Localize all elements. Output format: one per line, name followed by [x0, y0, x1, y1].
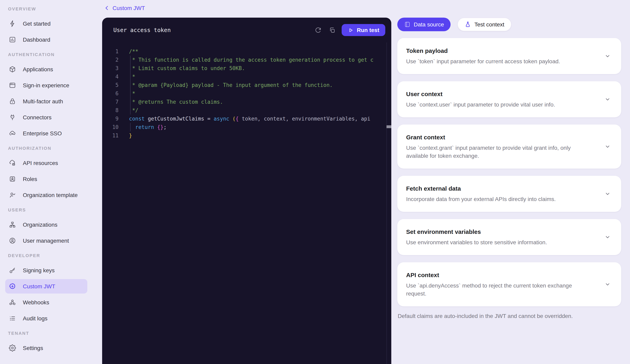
line-number: 2	[102, 56, 118, 64]
sidebar-item-dashboard[interactable]: Dashboard	[5, 32, 87, 47]
app-root: OVERVIEW Get started Dashboard AUTHENTIC…	[0, 0, 630, 364]
sidebar-item-label: Audit logs	[23, 315, 48, 322]
sidebar-item-multi-factor-auth[interactable]: Multi-factor auth	[5, 94, 87, 108]
code-line: 3 * Limit custom claims to under 50KB.	[102, 64, 391, 72]
sidebar-item-label: User management	[23, 238, 69, 244]
card-title: User context	[406, 90, 589, 97]
sidebar-item-webhooks[interactable]: Webhooks	[5, 295, 87, 310]
lightning-bolt-icon	[9, 20, 16, 27]
tab-label: Data source	[414, 21, 444, 28]
chevron-down-icon[interactable]	[602, 94, 613, 105]
sidebar-item-label: Webhooks	[23, 299, 49, 306]
sidebar-item-settings[interactable]: Settings	[5, 341, 87, 355]
chevron-left-icon	[104, 5, 110, 11]
chevron-down-icon[interactable]	[602, 232, 613, 243]
tab-data-source[interactable]: Data source	[397, 18, 451, 31]
line-number: 7	[102, 98, 118, 106]
card-description: Use `context.user` input parameter to pr…	[406, 100, 589, 108]
sidebar-item-get-started[interactable]: Get started	[5, 16, 87, 31]
sidebar-item-label: Custom JWT	[23, 283, 55, 290]
card-title: Token payload	[406, 47, 589, 54]
sidebar-item-audit-logs[interactable]: Audit logs	[5, 311, 87, 326]
run-test-button[interactable]: Run test	[342, 24, 385, 36]
refresh-icon[interactable]	[312, 24, 323, 36]
editor-scrollbar-thumb[interactable]	[386, 125, 391, 128]
sidebar-section-users: USERS	[8, 207, 102, 213]
card-description: Use `api.denyAccess` method to reject th…	[406, 281, 589, 297]
sidebar-section-developer: DEVELOPER	[8, 252, 102, 259]
org-chart-icon	[9, 221, 16, 228]
editor-scrollbar-track	[386, 42, 387, 364]
run-test-label: Run test	[357, 27, 379, 33]
card-token-payload[interactable]: Token payload Use `token` input paramete…	[397, 38, 621, 74]
sidebar-item-label: Settings	[23, 345, 43, 351]
card-description: Use `context.grant` input parameter to p…	[406, 144, 589, 160]
webhook-icon	[9, 299, 16, 306]
play-icon	[348, 27, 354, 33]
sidebar-item-label: Connectors	[23, 114, 52, 120]
gear-icon	[9, 344, 16, 352]
editor-title: User access token	[113, 27, 312, 33]
sidebar-item-label: Applications	[23, 66, 53, 72]
code-line: 6 *	[102, 89, 391, 98]
data-source-cards: Token payload Use `token` input paramete…	[397, 38, 621, 314]
cloud-box-icon	[9, 160, 16, 166]
line-number: 9	[102, 114, 118, 123]
lock-icon	[9, 98, 16, 105]
sidebar-item-label: Organizations	[23, 222, 58, 228]
code-line: 8 */	[102, 106, 391, 114]
card-title: Fetch external data	[406, 185, 589, 192]
sidebar-item-organization-template[interactable]: Organization template	[5, 188, 87, 202]
code-line: 9const getCustomJwtClaims = async ({ tok…	[102, 114, 391, 123]
user-check-icon	[9, 192, 16, 198]
badge-plus-icon	[9, 283, 16, 290]
line-number: 6	[102, 89, 118, 98]
sidebar-item-label: Multi-factor auth	[23, 98, 63, 104]
code-line: 2 * This function is called during the a…	[102, 56, 391, 64]
code-line: 4 *	[102, 72, 391, 81]
code-editor-panel: User access token Run test 1/** 2 * This…	[102, 18, 391, 364]
sidebar-item-label: API resources	[23, 160, 58, 166]
sidebar-item-label: Organization template	[23, 192, 78, 198]
sidebar-item-enterprise-sso[interactable]: Enterprise SSO	[5, 126, 87, 140]
panel-tabs: Data source Test context	[397, 18, 512, 31]
id-card-icon	[9, 176, 16, 182]
line-number: 8	[102, 106, 118, 114]
sidebar-section-authorization: AUTHORIZATION	[8, 145, 102, 151]
sidebar-item-label: Enterprise SSO	[23, 130, 62, 136]
sidebar-item-signing-keys[interactable]: Signing keys	[5, 263, 87, 278]
card-description: Use environment variables to store sensi…	[406, 238, 589, 246]
plug-icon	[9, 114, 16, 121]
code-area[interactable]: 1/** 2 * This function is called during …	[102, 42, 391, 140]
sidebar-item-connectors[interactable]: Connectors	[5, 110, 87, 124]
card-grant-context[interactable]: Grant context Use `context.grant` input …	[397, 124, 621, 168]
card-user-context[interactable]: User context Use `context.user` input pa…	[397, 81, 621, 117]
chevron-down-icon[interactable]	[602, 50, 613, 62]
chevron-down-icon[interactable]	[602, 188, 613, 200]
card-api-context[interactable]: API context Use `api.denyAccess` method …	[397, 262, 621, 306]
sidebar-item-sign-in-experience[interactable]: Sign-in experience	[5, 78, 87, 92]
card-fetch-external-data[interactable]: Fetch external data Incorporate data fro…	[397, 176, 621, 212]
copy-icon[interactable]	[326, 24, 338, 36]
card-description: Use `token` input parameter for current …	[406, 57, 589, 65]
breadcrumb[interactable]: Custom JWT	[104, 4, 145, 12]
sidebar-item-applications[interactable]: Applications	[5, 62, 87, 76]
sidebar-item-user-management[interactable]: User management	[5, 234, 87, 248]
line-number: 3	[102, 64, 118, 72]
sidebar-section-authentication: AUTHENTICATION	[8, 51, 102, 58]
tab-label: Test context	[474, 21, 504, 28]
chevron-down-icon[interactable]	[602, 141, 613, 152]
tab-test-context[interactable]: Test context	[458, 18, 512, 31]
sidebar-item-custom-jwt[interactable]: Custom JWT	[5, 279, 87, 294]
sidebar-item-organizations[interactable]: Organizations	[5, 218, 87, 232]
cube-icon	[9, 66, 16, 73]
sidebar-item-label: Roles	[23, 176, 37, 182]
sidebar-item-roles[interactable]: Roles	[5, 172, 87, 186]
card-set-environment-variables[interactable]: Set environment variables Use environmen…	[397, 219, 621, 255]
line-number: 11	[102, 131, 118, 140]
card-title: Grant context	[406, 134, 589, 140]
sidebar-item-api-resources[interactable]: API resources	[5, 156, 87, 170]
breadcrumb-label: Custom JWT	[112, 5, 145, 11]
code-line: 7 * @returns The custom claims.	[102, 98, 391, 106]
chevron-down-icon[interactable]	[602, 279, 613, 290]
